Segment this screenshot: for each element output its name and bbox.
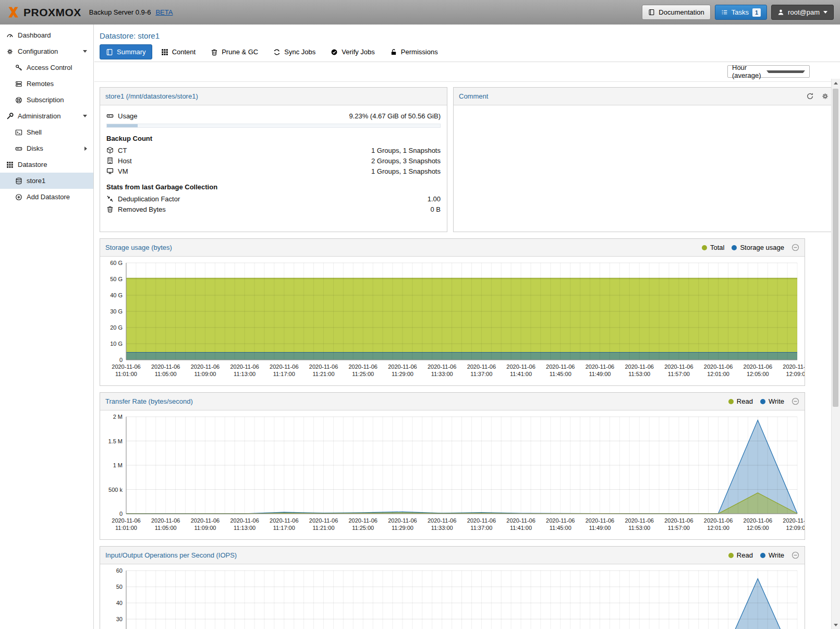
cube-icon (106, 147, 114, 154)
terminal-icon (15, 129, 22, 136)
sidebar-item-disks[interactable]: Disks (0, 140, 93, 156)
svg-text:2020-11-06: 2020-11-06 (349, 364, 378, 370)
wrench-icon (6, 113, 14, 120)
proxmox-backup-app: PROXMOX Backup Server 0.9-6 BETA Documen… (0, 0, 840, 629)
scrollbar-thumb[interactable] (833, 89, 838, 407)
tab-summary[interactable]: Summary (100, 44, 152, 59)
chart-title: Input/Output Operations per Second (IOPS… (105, 551, 237, 559)
database-icon (15, 177, 22, 185)
user-menu-button[interactable]: root@pam (771, 5, 834, 20)
sidebar-item-dashboard[interactable]: Dashboard (0, 27, 93, 43)
collapse-chart-icon[interactable] (792, 397, 799, 405)
svg-text:2020-11-06: 2020-11-06 (625, 364, 653, 370)
sidebar-item-configuration[interactable]: Configuration (0, 43, 93, 59)
range-select[interactable]: Hour (average) (727, 65, 810, 78)
svg-text:11:41:00: 11:41:00 (510, 371, 532, 377)
beta-link[interactable]: BETA (155, 8, 173, 16)
svg-text:11:05:00: 11:05:00 (155, 525, 177, 531)
stat-row-deduplication-factor: Deduplication Factor1.00 (106, 193, 441, 204)
svg-text:2 M: 2 M (113, 414, 123, 420)
svg-text:11:41:00: 11:41:00 (510, 525, 532, 531)
comment-panel-title: Comment (459, 92, 488, 100)
tab-bar: SummaryContentPrune & GCSync JobsVerify … (94, 44, 840, 62)
gc-stats-heading: Stats from last Garbage Collection (106, 183, 441, 191)
scroll-up-button[interactable] (832, 79, 840, 87)
gear-icon[interactable] (821, 92, 829, 100)
svg-text:30 G: 30 G (110, 308, 123, 314)
svg-text:1.5 M: 1.5 M (108, 438, 123, 444)
toolbar: Hour (average) (94, 62, 840, 82)
sidebar-item-subscription[interactable]: Subscription (0, 92, 93, 108)
legend-total[interactable]: Total (702, 244, 724, 251)
compress-icon (106, 195, 114, 202)
scroll-down-button[interactable] (832, 621, 840, 629)
key-icon (15, 64, 22, 71)
tab-prune-gc[interactable]: Prune & GC (204, 44, 264, 59)
chart-title: Transfer Rate (bytes/second) (105, 397, 193, 405)
main-area: Datastore: store1 SummaryContentPrune & … (94, 25, 840, 629)
svg-text:0: 0 (119, 357, 123, 363)
sidebar-item-access-control[interactable]: Access Control (0, 59, 93, 76)
svg-text:2020-11-06: 2020-11-06 (112, 517, 140, 524)
stat-row-removed-bytes: Removed Bytes0 B (106, 204, 441, 214)
svg-text:40: 40 (116, 600, 123, 606)
svg-text:2020-11-06: 2020-11-06 (744, 364, 772, 370)
svg-text:12:05:00: 12:05:00 (747, 525, 769, 531)
sync-icon (273, 49, 281, 56)
legend-write[interactable]: Write (760, 397, 784, 405)
tab-permissions[interactable]: Permissions (384, 44, 444, 59)
legend-read[interactable]: Read (728, 397, 753, 405)
svg-text:2020-11-06: 2020-11-06 (270, 517, 298, 524)
tasks-button[interactable]: Tasks 1 (715, 5, 767, 20)
svg-text:2020-11-06: 2020-11-06 (428, 364, 456, 370)
svg-text:60: 60 (116, 567, 123, 574)
svg-text:11:01:00: 11:01:00 (115, 371, 137, 377)
charts-section: Storage usage (bytes) TotalStorage usage… (100, 238, 835, 629)
svg-text:2020-11-06: 2020-11-06 (625, 517, 653, 524)
sidebar-item-remotes[interactable]: Remotes (0, 76, 93, 92)
tab-sync-jobs[interactable]: Sync Jobs (267, 44, 322, 59)
sidebar-item-administration[interactable]: Administration (0, 108, 93, 124)
top-header: PROXMOX Backup Server 0.9-6 BETA Documen… (0, 0, 840, 25)
svg-text:2020-11-06: 2020-11-06 (309, 364, 338, 370)
chevron-down-icon (823, 11, 827, 14)
svg-text:50 G: 50 G (110, 276, 123, 282)
documentation-button[interactable]: Documentation (642, 5, 710, 20)
svg-text:11:05:00: 11:05:00 (155, 371, 177, 377)
svg-text:11:33:00: 11:33:00 (431, 371, 453, 377)
svg-text:2020-11-06: 2020-11-06 (388, 364, 417, 370)
svg-text:2020-11-06: 2020-11-06 (506, 517, 535, 524)
sidebar-item-store1[interactable]: store1 (0, 173, 93, 189)
expander-down-icon[interactable] (83, 50, 87, 53)
svg-text:2020-11-06: 2020-11-06 (744, 517, 772, 524)
svg-text:2020-11-06: 2020-11-06 (546, 364, 575, 370)
svg-text:11:09:00: 11:09:00 (194, 371, 216, 377)
svg-text:11:13:00: 11:13:00 (234, 525, 255, 531)
usage-progress-bar (106, 124, 441, 128)
backup-count-rows: CT1 Groups, 1 SnapshotsHost2 Groups, 3 S… (106, 145, 441, 176)
collapse-chart-icon[interactable] (792, 244, 799, 251)
svg-text:1 M: 1 M (113, 462, 123, 468)
tab-verify-jobs[interactable]: Verify Jobs (324, 44, 381, 59)
usage-row: Usage 9.23% (4.67 GiB of 50.56 GiB) (106, 111, 441, 121)
collapse-chart-icon[interactable] (792, 551, 799, 559)
vertical-scrollbar[interactable] (831, 79, 840, 629)
expander-right-icon[interactable] (84, 147, 87, 151)
legend-write[interactable]: Write (760, 551, 784, 559)
sidebar-item-datastore[interactable]: Datastore (0, 156, 93, 173)
sidebar-item-add-datastore[interactable]: Add Datastore (0, 189, 93, 205)
svg-text:2020-11-06: 2020-11-06 (151, 517, 180, 524)
sidebar-item-shell[interactable]: Shell (0, 124, 93, 140)
legend-storage-usage[interactable]: Storage usage (732, 244, 784, 251)
svg-text:11:33:00: 11:33:00 (431, 525, 453, 531)
stat-row-ct: CT1 Groups, 1 Snapshots (106, 145, 441, 155)
comment-body[interactable] (454, 105, 834, 116)
svg-text:11:17:00: 11:17:00 (273, 371, 295, 377)
expander-down-icon[interactable] (83, 115, 87, 117)
refresh-icon[interactable] (806, 92, 814, 100)
svg-text:2020-11-06: 2020-11-06 (664, 517, 693, 524)
gears-icon (6, 48, 14, 55)
tab-content[interactable]: Content (155, 44, 202, 59)
svg-text:2020-11-06: 2020-11-06 (309, 517, 338, 524)
legend-read[interactable]: Read (728, 551, 753, 559)
